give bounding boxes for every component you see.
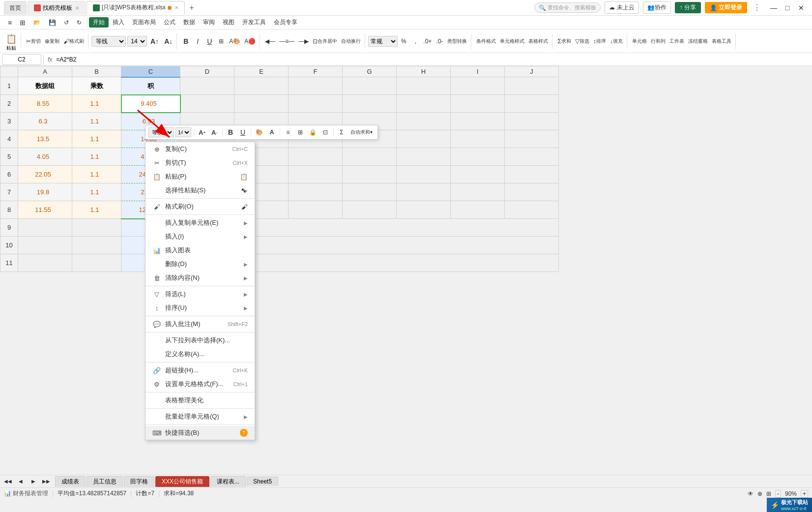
cm-shortcut-filter[interactable]: ⌨ 快捷筛选(B) ?: [145, 426, 255, 440]
cell-b9[interactable]: [72, 219, 121, 237]
mini-font-color-btn[interactable]: A: [266, 127, 277, 138]
col-header-h[interactable]: H: [397, 66, 451, 77]
template-tab-close[interactable]: ✕: [75, 5, 79, 11]
cell-a2[interactable]: 8.55: [18, 95, 72, 113]
cell-a8[interactable]: 11.55: [18, 201, 72, 219]
cell-h4[interactable]: [397, 130, 451, 148]
cell-a9[interactable]: [18, 219, 72, 237]
cell-j8[interactable]: [505, 201, 559, 219]
menu-member[interactable]: 会员专享: [270, 17, 301, 28]
tab-home[interactable]: 首页: [4, 1, 27, 15]
thousand-btn[interactable]: ,: [409, 35, 421, 48]
type-convert-btn[interactable]: 类型转换: [445, 35, 469, 48]
cm-table-beautify[interactable]: 表格整理美化: [145, 393, 255, 407]
minimize-btn[interactable]: —: [767, 1, 781, 15]
cell-opt-btn[interactable]: 单元格: [630, 35, 649, 48]
share-btn[interactable]: ↑ 分享: [675, 2, 701, 13]
fill-color-btn[interactable]: A🎨: [227, 35, 242, 48]
menu-data[interactable]: 数据: [179, 17, 199, 28]
cell-h3[interactable]: [397, 113, 451, 130]
cell-a3[interactable]: 6.3: [18, 113, 72, 130]
sheet-tab-tianzi[interactable]: 田字格: [124, 476, 154, 487]
cell-g8[interactable]: [343, 201, 397, 219]
cell-b4[interactable]: 1.1: [72, 130, 121, 148]
align-right-btn[interactable]: —▶: [296, 35, 311, 48]
cell-j5[interactable]: [505, 148, 559, 166]
format-brush-btn[interactable]: 🖌 格式刷: [61, 35, 86, 48]
cell-i4[interactable]: [451, 130, 505, 148]
table-style-btn[interactable]: 表格样式: [526, 35, 550, 48]
cell-c2[interactable]: 9.405: [121, 95, 180, 113]
cell-h2[interactable]: [397, 95, 451, 113]
cell-f2[interactable]: [289, 95, 343, 113]
cell-e1[interactable]: [234, 77, 289, 95]
cell-i5[interactable]: [451, 148, 505, 166]
close-btn[interactable]: ✕: [794, 1, 808, 15]
cell-b8[interactable]: 1.1: [72, 201, 121, 219]
cell-f6[interactable]: [289, 166, 343, 183]
sheet-nav-first[interactable]: ◀◀: [2, 475, 14, 488]
cm-pick-list[interactable]: 从下拉列表中选择(K)...: [145, 333, 255, 347]
cm-batch-cells[interactable]: 批量处理单元格(Q) ▶: [145, 410, 255, 423]
menu-redo[interactable]: ↻: [73, 18, 86, 27]
cell-format-btn[interactable]: 单元格样式: [498, 35, 526, 48]
border-btn[interactable]: ⊞: [215, 35, 227, 48]
cell-b1[interactable]: 乘数: [72, 77, 121, 95]
tab-excel[interactable]: [只读]WPS表格教程.xlsx ✕: [87, 1, 185, 15]
menu-save[interactable]: 💾: [45, 18, 60, 27]
more-btn[interactable]: ⋮: [751, 3, 763, 12]
cell-f7[interactable]: [289, 183, 343, 201]
mini-underline-btn[interactable]: U: [237, 127, 248, 138]
font-size-select[interactable]: 14: [127, 36, 147, 47]
cm-clear[interactable]: 🗑 清除内容(N) ▶: [145, 271, 255, 285]
cell-b10[interactable]: [72, 237, 121, 254]
search-box[interactable]: 🔍 查找命令、搜索模板: [534, 2, 601, 13]
col-header-g[interactable]: G: [343, 66, 397, 77]
mini-bold-btn[interactable]: B: [225, 127, 236, 138]
cm-insert-chart[interactable]: 📊 插入图表: [145, 243, 255, 257]
mini-sum-btn[interactable]: Σ: [336, 127, 347, 138]
dec-dec-btn[interactable]: .0-: [434, 35, 445, 48]
cell-a5[interactable]: 4.05: [18, 148, 72, 166]
cm-insert[interactable]: 插入(I) ▶: [145, 230, 255, 243]
sheet-nav-last[interactable]: ▶▶: [40, 475, 52, 488]
cell-j1[interactable]: [505, 77, 559, 95]
cell-h1[interactable]: [397, 77, 451, 95]
cell-b2[interactable]: 1.1: [72, 95, 121, 113]
cell-g6[interactable]: [343, 166, 397, 183]
cell-j6[interactable]: [505, 166, 559, 183]
mini-merge-btn[interactable]: ⊡: [320, 127, 331, 138]
cell-b7[interactable]: 1.1: [72, 183, 121, 201]
merge-btn[interactable]: ⊡ 合并居中: [311, 35, 339, 48]
sheet-tab-sheet5[interactable]: Sheet5: [247, 477, 278, 486]
mini-autosum-btn[interactable]: 自动求和▾: [348, 127, 375, 138]
mini-border-btn[interactable]: ⊞: [295, 127, 306, 138]
menu-formula[interactable]: 公式: [160, 17, 179, 28]
cell-b5[interactable]: 1.1: [72, 148, 121, 166]
col-header-e[interactable]: E: [234, 66, 289, 77]
align-left-btn[interactable]: ◀—: [263, 35, 277, 48]
underline-btn[interactable]: U: [203, 35, 215, 48]
menu-dev-tools[interactable]: 开发工具: [238, 17, 270, 28]
col-header-c[interactable]: C: [121, 66, 180, 77]
sheet-tab-xxx[interactable]: XXX公司销售额: [155, 476, 209, 487]
cell-i8[interactable]: [451, 201, 505, 219]
col-header-f[interactable]: F: [289, 66, 343, 77]
cut-btn[interactable]: ✂ 剪切: [24, 35, 43, 48]
cell-h5[interactable]: [397, 148, 451, 166]
cell-f8[interactable]: [289, 201, 343, 219]
mini-size-up-btn[interactable]: A+: [197, 127, 207, 138]
paste-btn[interactable]: 📋: [4, 33, 19, 44]
formula-input[interactable]: [54, 54, 810, 65]
percent-btn[interactable]: %: [398, 35, 409, 48]
dec-inc-btn[interactable]: .0+: [421, 35, 434, 48]
cm-cut[interactable]: ✂ 剪切(T) Ctrl+X: [145, 156, 255, 170]
add-tab-btn[interactable]: +: [186, 2, 198, 14]
cell-f5[interactable]: [289, 148, 343, 166]
sheet-nav-next[interactable]: ▶: [28, 475, 39, 488]
cond-format-btn[interactable]: 条件格式: [474, 35, 498, 48]
filter-btn[interactable]: ▽ 筛选: [573, 35, 591, 48]
cell-h6[interactable]: [397, 166, 451, 183]
mini-fill-btn[interactable]: 🎨: [254, 127, 265, 138]
cell-i6[interactable]: [451, 166, 505, 183]
